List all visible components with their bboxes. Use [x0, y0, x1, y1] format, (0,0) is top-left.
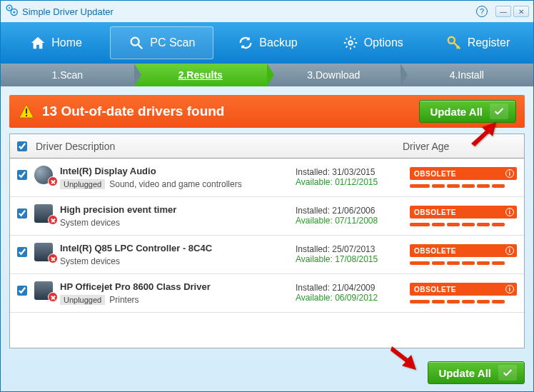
driver-description: HP Officejet Pro 8600 Class DriverUnplug…: [60, 281, 296, 305]
update-all-button-top[interactable]: Update All: [419, 100, 516, 123]
update-all-label-bottom: Update All: [438, 367, 491, 379]
content: 13 Out-of-date drivers found Update All …: [1, 86, 533, 357]
driver-category: System devices: [60, 256, 296, 266]
svg-line-5: [138, 45, 143, 49]
status-cell: OBSOLETEi: [410, 204, 517, 226]
nav-options-label: Options: [364, 36, 403, 49]
info-icon[interactable]: i: [505, 246, 514, 255]
svg-point-1: [9, 7, 10, 9]
age-bar: [410, 300, 517, 303]
nav-backup[interactable]: Backup: [216, 26, 318, 59]
step-download[interactable]: 3.Download: [267, 64, 400, 86]
row-checkbox[interactable]: [17, 286, 27, 296]
nav-register-label: Register: [468, 36, 510, 49]
app-title: Simple Driver Updater: [22, 6, 114, 17]
error-badge-icon: [48, 292, 58, 302]
step-scan[interactable]: 1.Scan: [1, 64, 134, 86]
age-bar: [410, 184, 517, 188]
nav-scan[interactable]: PC Scan: [110, 26, 213, 59]
table-row: Intel(R) Display AudioUnpluggedSound, vi…: [10, 159, 524, 197]
titlebar: Simple Driver Updater ? — ✕: [1, 1, 533, 22]
status-cell: OBSOLETEi: [410, 281, 517, 303]
step-results[interactable]: 2.Results: [134, 64, 268, 86]
driver-dates: Installed: 31/03/2015Available: 01/12/20…: [296, 166, 410, 187]
obsolete-badge[interactable]: OBSOLETEi: [410, 244, 517, 257]
window: Simple Driver Updater ? — ✕ Home PC Scan…: [0, 0, 534, 392]
header-description: Driver Description: [36, 141, 403, 152]
driver-description: Intel(R) Display AudioUnpluggedSound, vi…: [60, 166, 296, 189]
table-row: HP Officejet Pro 8600 Class DriverUnplug…: [10, 274, 524, 313]
installed-date: Installed: 31/03/2015: [296, 167, 410, 177]
available-date: Available: 01/12/2015: [296, 177, 410, 187]
footer: Update All: [1, 357, 533, 391]
app-logo-icon: [5, 4, 18, 19]
refresh-icon: [238, 35, 253, 51]
svg-rect-9: [26, 115, 27, 116]
age-bar: [410, 223, 517, 226]
info-icon[interactable]: i: [505, 285, 514, 293]
driver-dates: Installed: 21/06/2006Available: 07/11/20…: [296, 204, 410, 226]
close-button[interactable]: ✕: [513, 6, 529, 17]
search-icon: [129, 35, 144, 51]
row-checkbox[interactable]: [17, 247, 27, 257]
key-icon: [446, 35, 462, 51]
available-date: Available: 07/11/2008: [296, 216, 410, 226]
error-badge-icon: [48, 176, 58, 186]
obsolete-badge[interactable]: OBSOLETEi: [410, 206, 517, 218]
gear-icon: [343, 35, 358, 51]
nav-scan-label: PC Scan: [150, 36, 195, 49]
step-install[interactable]: 4.Install: [400, 64, 534, 86]
driver-dates: Installed: 21/04/2009Available: 06/09/20…: [296, 281, 410, 303]
age-bar: [410, 261, 517, 265]
info-icon[interactable]: i: [505, 208, 514, 216]
nav-register[interactable]: Register: [427, 26, 529, 59]
update-all-label-top: Update All: [430, 106, 483, 118]
warning-icon: [18, 103, 35, 120]
driver-name: Intel(R) Q85 LPC Controller - 8C4C: [60, 243, 296, 253]
driver-name: Intel(R) Display Audio: [60, 166, 296, 176]
alert-message: 13 Out-of-date drivers found: [42, 104, 419, 119]
status-cell: OBSOLETEi: [410, 166, 517, 188]
available-date: Available: 06/09/2012: [296, 293, 410, 303]
table-body[interactable]: Intel(R) Display AudioUnpluggedSound, vi…: [10, 159, 524, 348]
table-row: Intel(R) Q85 LPC Controller - 8C4CSystem…: [10, 236, 524, 274]
unplugged-tag: Unplugged: [60, 179, 105, 189]
select-all-checkbox[interactable]: [17, 141, 27, 151]
nav-options[interactable]: Options: [322, 26, 424, 59]
driver-name: High precision event timer: [60, 204, 296, 215]
steps-bar: 1.Scan 2.Results 3.Download 4.Install: [1, 64, 533, 86]
device-icon: [34, 166, 56, 184]
unplugged-tag: Unplugged: [60, 295, 105, 305]
installed-date: Installed: 25/07/2013: [296, 244, 410, 254]
svg-point-4: [131, 38, 139, 46]
status-cell: OBSOLETEi: [410, 243, 517, 265]
check-icon: [490, 104, 508, 119]
update-all-button-bottom[interactable]: Update All: [428, 361, 525, 384]
error-badge-icon: [48, 215, 58, 225]
alert-bar: 13 Out-of-date drivers found Update All: [9, 95, 525, 128]
row-checkbox[interactable]: [17, 208, 27, 218]
svg-point-3: [13, 11, 15, 14]
driver-category: UnpluggedPrinters: [60, 295, 296, 305]
installed-date: Installed: 21/04/2009: [296, 283, 410, 293]
home-icon: [30, 35, 46, 51]
obsolete-badge[interactable]: OBSOLETEi: [410, 283, 517, 296]
svg-point-6: [348, 41, 353, 45]
table-header: Driver Description Driver Age: [10, 134, 524, 159]
minimize-button[interactable]: —: [495, 6, 511, 17]
header-age: Driver Age: [403, 141, 517, 152]
svg-rect-8: [26, 109, 27, 114]
device-icon: [34, 204, 56, 223]
table-row: High precision event timerSystem devices…: [10, 197, 524, 236]
error-badge-icon: [48, 253, 58, 263]
nav-backup-label: Backup: [259, 36, 297, 49]
driver-table: Driver Description Driver Age Intel(R) D…: [9, 134, 525, 348]
nav-home[interactable]: Home: [5, 26, 107, 59]
driver-category: UnpluggedSound, video and game controlle…: [60, 179, 296, 189]
installed-date: Installed: 21/06/2006: [296, 206, 410, 216]
info-icon[interactable]: i: [505, 169, 514, 178]
row-checkbox[interactable]: [17, 170, 27, 180]
help-icon[interactable]: ?: [476, 6, 488, 17]
obsolete-badge[interactable]: OBSOLETEi: [410, 167, 517, 180]
navbar: Home PC Scan Backup Options Register: [1, 22, 533, 64]
